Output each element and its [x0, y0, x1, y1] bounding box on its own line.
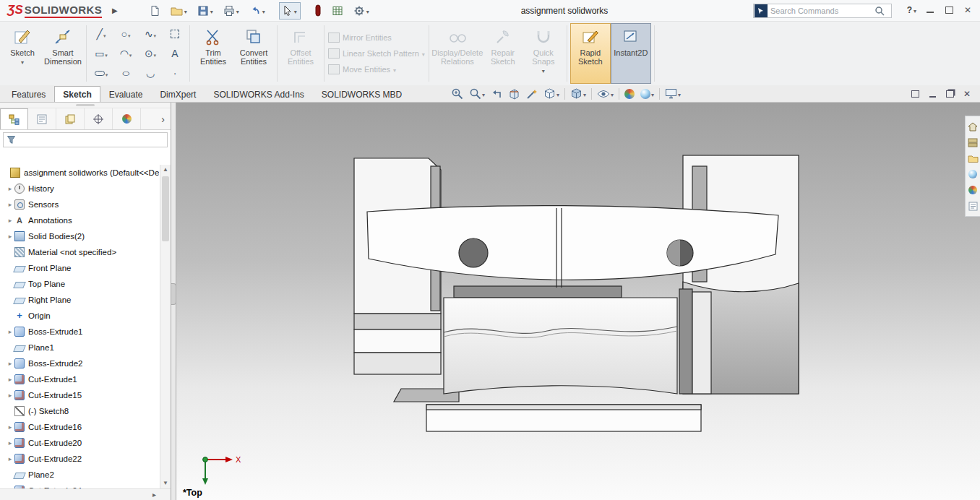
tree-item-plane2[interactable]: Plane2 — [0, 467, 159, 483]
cad-model[interactable]: X — [176, 103, 980, 500]
save-dropdown-caret-icon[interactable] — [209, 6, 213, 16]
search-input[interactable] — [770, 7, 874, 15]
mirror-entities-button[interactable]: Mirror Entities — [328, 30, 425, 46]
linear-pattern-caret-icon[interactable] — [419, 49, 425, 58]
tree-item-sketch8[interactable]: (-) Sketch8 — [0, 403, 159, 419]
model-right-slot[interactable] — [679, 289, 692, 394]
new-document-button[interactable] — [145, 2, 164, 20]
tree-item-root[interactable]: assignment solidworks (Default<<De — [0, 165, 159, 181]
view-settings-button[interactable] — [662, 86, 684, 102]
slot-caret-icon[interactable] — [105, 67, 108, 79]
help-menu[interactable]: ? — [907, 5, 916, 15]
file-explorer-button[interactable] — [967, 150, 979, 166]
zoom-caret-icon[interactable] — [481, 89, 485, 99]
model-left-band1[interactable] — [354, 314, 441, 329]
arc-caret-icon[interactable] — [129, 48, 132, 59]
spline-caret-icon[interactable] — [153, 28, 157, 40]
doc-minimize-icon[interactable] — [924, 87, 941, 100]
tree-filter-box[interactable] — [3, 132, 168, 147]
tree-item-history[interactable]: History — [0, 181, 159, 197]
featuremanager-tab[interactable] — [0, 108, 28, 129]
undo-button[interactable] — [246, 2, 269, 20]
model-right-slot-face[interactable] — [692, 292, 711, 394]
xpress-products-button[interactable] — [311, 1, 325, 20]
menu-expand-arrow-icon[interactable] — [106, 7, 124, 14]
rapid-sketch-button[interactable]: Rapid Sketch — [570, 23, 611, 84]
quick-snaps-button[interactable]: Quick Snaps — [523, 23, 564, 84]
tree-item-boss-extrude1[interactable]: Boss-Extrude1 — [0, 324, 159, 340]
linear-sketch-pattern-button[interactable]: Linear Sketch Pattern — [328, 46, 425, 61]
tree-item-cut-extrude15[interactable]: Cut-Extrude15 — [0, 387, 159, 403]
search-scope-icon[interactable] — [755, 4, 768, 17]
model-center-rib[interactable] — [454, 286, 622, 298]
open-button[interactable] — [167, 2, 191, 20]
tree-vertical-scrollbar[interactable] — [160, 165, 171, 488]
tree-item-right-plane[interactable]: Right Plane — [0, 292, 159, 308]
smart-dimension-button[interactable]: Smart Dimension — [43, 23, 83, 84]
help-dropdown-caret-icon[interactable] — [912, 5, 916, 15]
select-dropdown-caret-icon[interactable] — [293, 6, 297, 16]
panel-tab-expand-icon[interactable] — [141, 108, 171, 129]
offset-entities-button[interactable]: Offset Entities — [280, 23, 321, 84]
tree-item-annotations[interactable]: Annotations — [0, 212, 159, 228]
doc-close-icon[interactable] — [958, 87, 976, 100]
model-left-band3[interactable] — [354, 353, 441, 374]
view-orientation-button[interactable] — [541, 86, 562, 102]
straight-slot-tool[interactable] — [89, 64, 113, 83]
scroll-up-icon[interactable] — [160, 165, 171, 175]
appearances-scenes-button[interactable] — [967, 182, 979, 198]
restore-icon[interactable] — [940, 3, 958, 17]
view-orientation-caret-icon[interactable] — [556, 89, 559, 99]
configurationmanager-tab[interactable] — [56, 108, 85, 129]
model-center-body[interactable] — [444, 298, 677, 394]
scroll-down-icon[interactable] — [160, 478, 171, 488]
home-button[interactable] — [967, 118, 979, 134]
search-icon[interactable] — [874, 6, 885, 17]
tree-item-origin[interactable]: Origin — [0, 308, 159, 324]
ellipse-tool[interactable]: ○ — [113, 64, 138, 83]
tree-item-material[interactable]: Material <not specified> — [0, 244, 159, 260]
expand-arrow-icon[interactable] — [6, 360, 14, 367]
rectangle-caret-icon[interactable] — [104, 48, 108, 59]
minimize-icon[interactable] — [921, 3, 940, 17]
apply-scene-caret-icon[interactable] — [650, 89, 654, 99]
point-tool[interactable]: · — [163, 64, 187, 83]
move-entities-caret-icon[interactable] — [390, 65, 396, 74]
tree-item-cut-extrude24[interactable]: Cut-Extrude24 — [0, 483, 159, 488]
print-dropdown-caret-icon[interactable] — [235, 6, 239, 16]
tree-item-top-plane[interactable]: Top Plane — [0, 276, 159, 292]
doc-window-arrange-icon[interactable] — [906, 87, 924, 100]
tree-item-boss-extrude2[interactable]: Boss-Extrude2 — [0, 355, 159, 371]
display-delete-relations-button[interactable]: Display/Delete Relations — [432, 23, 483, 84]
panel-splitter-handle[interactable] — [0, 103, 171, 108]
line-caret-icon[interactable] — [103, 28, 106, 40]
print-button[interactable] — [220, 2, 243, 20]
move-entities-button[interactable]: Move Entities — [328, 61, 425, 77]
apply-scene-button[interactable] — [637, 86, 657, 102]
tree-item-cut-extrude20[interactable]: Cut-Extrude20 — [0, 435, 159, 451]
zoom-to-fit-button[interactable] — [448, 86, 466, 102]
options-dropdown-caret-icon[interactable] — [365, 6, 369, 16]
tab-solidworks-mbd[interactable]: SOLIDWORKS MBD — [313, 86, 411, 102]
doc-restore-icon[interactable] — [941, 87, 958, 100]
expand-arrow-icon[interactable] — [6, 392, 14, 399]
quick-snaps-caret-icon[interactable] — [542, 66, 545, 76]
select-button[interactable] — [279, 2, 301, 20]
custom-properties-button[interactable] — [967, 198, 979, 214]
display-style-button[interactable] — [567, 86, 589, 102]
circle-tool[interactable]: ○ — [113, 25, 138, 44]
tab-evaluate[interactable]: Evaluate — [100, 86, 152, 102]
splitter-grip[interactable] — [171, 283, 176, 305]
view-palette-button[interactable] — [967, 166, 979, 182]
search-commands-box[interactable] — [753, 4, 892, 18]
zoom-to-area-button[interactable] — [466, 86, 488, 102]
displaymanager-tab[interactable] — [113, 108, 141, 129]
centerpoint-arc-tool[interactable]: ◠ — [113, 44, 138, 64]
expand-arrow-icon[interactable] — [6, 439, 14, 447]
instant2d-button[interactable]: Instant2D — [611, 23, 651, 84]
expand-arrow-icon[interactable] — [6, 201, 14, 208]
tree-item-front-plane[interactable]: Front Plane — [0, 260, 159, 276]
spline-tool[interactable]: ∿ — [138, 25, 163, 44]
sketch-button[interactable]: Sketch — [2, 23, 43, 84]
polygon-tool[interactable]: ⊙ — [138, 44, 163, 64]
